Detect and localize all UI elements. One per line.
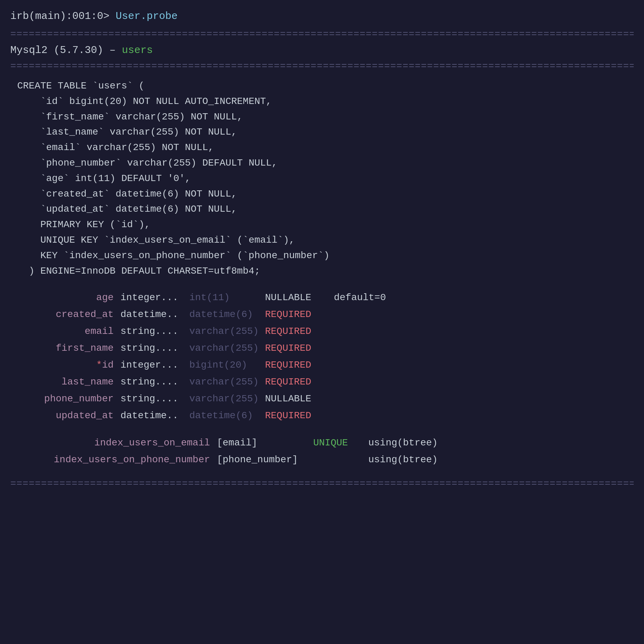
index-using-email: using(btree)	[368, 434, 438, 451]
field-row-phone-number: phone_number string.... varchar(255) NUL…	[10, 390, 634, 407]
prompt-command: User.probe	[116, 10, 178, 22]
field-row-email: email string.... varchar(255) REQUIRED	[10, 323, 634, 340]
field-type-main-email: string....	[120, 323, 189, 340]
index-name-phone-number: index_users_on_phone_number	[10, 451, 217, 468]
divider-top: ========================================…	[10, 29, 634, 40]
field-type-main-age: integer...	[120, 289, 189, 306]
field-type-main-id: integer...	[120, 357, 189, 373]
field-type-detail-updated-at: datetime(6)	[189, 407, 265, 424]
sql-line-4: `last_name` varchar(255) NOT NULL,	[17, 125, 634, 140]
mysql-version-text: Mysql2 (5.7.30) –	[10, 44, 122, 56]
field-row-updated-at: updated_at datetime.. datetime(6) REQUIR…	[10, 407, 634, 424]
index-row-email: index_users_on_email [email] UNIQUE usin…	[10, 434, 634, 451]
field-name-updated-at: updated_at	[10, 407, 120, 424]
field-nullable-phone-number: NULLABLE	[265, 390, 334, 407]
field-name-phone-number: phone_number	[10, 390, 120, 407]
field-type-detail-id: bigint(20)	[189, 357, 265, 373]
sql-line-3: `first_name` varchar(255) NOT NULL,	[17, 109, 634, 125]
prompt-line: irb(main):001:0> User.probe	[10, 7, 634, 25]
indexes-block: index_users_on_email [email] UNIQUE usin…	[10, 434, 634, 468]
index-cols-email: [email]	[217, 434, 313, 451]
field-type-main-first-name: string....	[120, 340, 189, 357]
field-type-main-created-at: datetime..	[120, 306, 189, 323]
field-name-last-name: last_name	[10, 373, 120, 390]
field-type-main-last-name: string....	[120, 373, 189, 390]
field-name-first-name: first_name	[10, 340, 120, 357]
field-row-age: age integer... int(11) NULLABLE default=…	[10, 289, 634, 306]
field-row-id: *id integer... bigint(20) REQUIRED	[10, 357, 634, 373]
divider-second: ========================================…	[10, 61, 634, 72]
field-name-id: *id	[10, 357, 120, 373]
field-required-first-name: REQUIRED	[265, 340, 334, 357]
prompt-irb: irb(main):001:0>	[10, 10, 116, 22]
field-type-main-updated-at: datetime..	[120, 407, 189, 424]
field-type-detail-email: varchar(255)	[189, 323, 265, 340]
sql-line-12: KEY `index_users_on_phone_number` (`phon…	[17, 248, 634, 264]
field-name-age: age	[10, 289, 120, 306]
sql-line-7: `age` int(11) DEFAULT '0',	[17, 171, 634, 187]
index-using-phone-number: using(btree)	[368, 451, 438, 468]
field-required-id: REQUIRED	[265, 357, 334, 373]
field-row-last-name: last_name string.... varchar(255) REQUIR…	[10, 373, 634, 390]
field-row-created-at: created_at datetime.. datetime(6) REQUIR…	[10, 306, 634, 323]
sql-line-9: `updated_at` datetime(6) NOT NULL,	[17, 202, 634, 217]
fields-block: age integer... int(11) NULLABLE default=…	[10, 289, 634, 424]
field-type-detail-first-name: varchar(255)	[189, 340, 265, 357]
index-cols-phone-number: [phone_number]	[217, 451, 313, 468]
sql-line-6: `phone_number` varchar(255) DEFAULT NULL…	[17, 156, 634, 171]
field-type-detail-age: int(11)	[189, 289, 265, 306]
sql-line-8: `created_at` datetime(6) NOT NULL,	[17, 187, 634, 202]
field-required-email: REQUIRED	[265, 323, 334, 340]
index-name-email: index_users_on_email	[10, 434, 217, 451]
field-default-age: default=0	[334, 289, 386, 306]
field-name-star: *	[96, 360, 102, 370]
field-required-updated-at: REQUIRED	[265, 407, 334, 424]
field-required-last-name: REQUIRED	[265, 373, 334, 390]
field-nullable-age: NULLABLE	[265, 289, 334, 306]
sql-line-11: UNIQUE KEY `index_users_on_email` (`emai…	[17, 233, 634, 248]
field-name-created-at: created_at	[10, 306, 120, 323]
field-type-main-phone-number: string....	[120, 390, 189, 407]
mysql-db-name: users	[122, 44, 153, 56]
field-type-detail-last-name: varchar(255)	[189, 373, 265, 390]
mysql-version-line: Mysql2 (5.7.30) – users	[10, 41, 634, 60]
sql-line-1: CREATE TABLE `users` (	[17, 78, 634, 94]
terminal-window: irb(main):001:0> User.probe ============…	[0, 0, 644, 644]
field-type-detail-created-at: datetime(6)	[189, 306, 265, 323]
field-name-email: email	[10, 323, 120, 340]
sql-line-5: `email` varchar(255) NOT NULL,	[17, 140, 634, 156]
sql-line-13: ) ENGINE=InnoDB DEFAULT CHARSET=utf8mb4;	[17, 264, 634, 279]
index-row-phone-number: index_users_on_phone_number [phone_numbe…	[10, 451, 634, 468]
sql-block: CREATE TABLE `users` ( `id` bigint(20) N…	[10, 78, 634, 279]
divider-bottom: ========================================…	[10, 478, 634, 489]
field-type-detail-phone-number: varchar(255)	[189, 390, 265, 407]
sql-line-2: `id` bigint(20) NOT NULL AUTO_INCREMENT,	[17, 94, 634, 109]
field-row-first-name: first_name string.... varchar(255) REQUI…	[10, 340, 634, 357]
field-required-created-at: REQUIRED	[265, 306, 334, 323]
index-unique-email: UNIQUE	[313, 434, 368, 451]
sql-line-10: PRIMARY KEY (`id`),	[17, 217, 634, 233]
